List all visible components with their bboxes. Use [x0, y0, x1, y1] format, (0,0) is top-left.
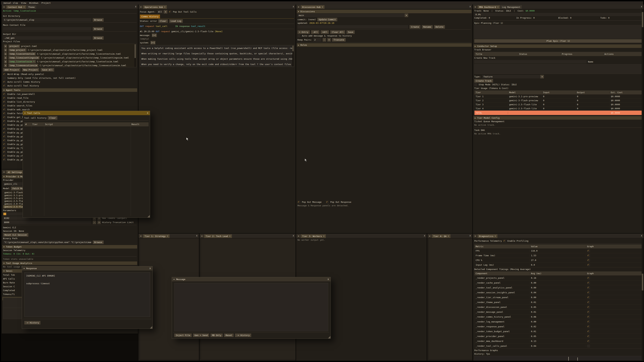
- discussion-combo[interactable]: main▼: [298, 13, 408, 17]
- close-tab-icon[interactable]: X: [448, 235, 449, 237]
- file-chip[interactable]: temp_liveexecutionsim: [8, 64, 38, 67]
- autoadd-row[interactable]: Auto-add message & response to history: [298, 34, 471, 38]
- system-prompt-box[interactable]: You are a helpful coding assistant with …: [140, 45, 294, 67]
- tab-context-hub[interactable]: Context HubX: [6, 5, 26, 9]
- graph-checkbox[interactable]: [587, 259, 590, 262]
- file-chip[interactable]: temp_livetoolssim *: [8, 60, 36, 63]
- graph-checkbox[interactable]: [587, 345, 590, 348]
- checkbox[interactable]: [3, 100, 6, 103]
- git-browse-button[interactable]: Browse: [93, 18, 104, 22]
- expand-system-button[interactable]: [+]: [150, 41, 156, 44]
- file-list-scrollbar[interactable]: [134, 44, 136, 67]
- enable-profiling-checkbox[interactable]: [503, 240, 506, 242]
- agent-tool-row[interactable]: Enable list_directory: [3, 100, 136, 104]
- discussion-name-input[interactable]: [298, 25, 408, 29]
- collapse-arrow-icon[interactable]: ▼: [24, 268, 24, 269]
- close-tab-icon[interactable]: X: [495, 235, 496, 237]
- remove-file-button[interactable]: x: [4, 60, 7, 63]
- checkbox[interactable]: [3, 139, 6, 142]
- remove-file-button[interactable]: x: [4, 56, 7, 59]
- tool-calls-titlebar[interactable]: ▼ Tool Calls X: [23, 111, 150, 115]
- project-file-row[interactable]: x temp_liveexecutionsim C:\projects\manu…: [4, 63, 136, 67]
- resize-grip[interactable]: [328, 336, 330, 338]
- new-project-button[interactable]: New Project: [22, 68, 39, 71]
- close-tab-icon[interactable]: X: [24, 6, 25, 8]
- agent-tools-header[interactable]: ▼ Agent Tools: [2, 88, 137, 92]
- checkbox[interactable]: [3, 80, 6, 83]
- mma-scrollbar[interactable]: [642, 9, 644, 233]
- popout-toolcalls-checkbox[interactable]: [169, 10, 172, 13]
- truncate-button[interactable]: Truncate: [332, 38, 346, 41]
- create-discussion-button[interactable]: Create: [410, 25, 420, 29]
- clear-log-button[interactable]: Clear: [158, 19, 168, 23]
- delete-discussion-button[interactable]: Delete: [434, 25, 445, 29]
- main-context-file-input[interactable]: [3, 27, 92, 31]
- window-menu-icon[interactable]: ▼: [474, 234, 477, 238]
- response-history-button[interactable]: -> History: [24, 321, 40, 325]
- close-window-icon[interactable]: X: [147, 112, 148, 114]
- checkbox[interactable]: [3, 135, 6, 138]
- checkbox[interactable]: [3, 143, 6, 146]
- close-window-icon[interactable]: X: [150, 267, 151, 270]
- agent-tool-row[interactable]: Enable search_files: [3, 104, 136, 108]
- git-directory-input[interactable]: C:\projects\manual_slop: [3, 18, 92, 22]
- close-tab-icon[interactable]: X: [322, 6, 323, 8]
- plus-button[interactable]: +: [98, 221, 101, 224]
- menu-view[interactable]: View: [20, 2, 28, 4]
- tab-mma-dashboard[interactable]: MMA DashboardX: [478, 5, 500, 9]
- collapse-arrow-icon[interactable]: ▼: [24, 112, 25, 114]
- menu-manual-slop[interactable]: manual slop: [2, 2, 20, 4]
- create-track-button[interactable]: Create Track: [474, 79, 493, 83]
- close-panel-icon[interactable]: X: [293, 235, 294, 237]
- checkbox[interactable]: [3, 158, 6, 161]
- message-action-button[interactable]: Gen + Send: [193, 334, 209, 337]
- tab-comms-history[interactable]: Comms History: [140, 14, 160, 18]
- step-mode-checkbox[interactable]: [474, 83, 477, 86]
- token-budget-header[interactable]: ▼ Token Budget: [2, 245, 137, 249]
- clear-tool-history-button[interactable]: Clear: [48, 116, 57, 120]
- window-menu-icon[interactable]: ▼: [139, 234, 142, 238]
- option-row[interactable]: Summary Only (send file structure, not f…: [3, 76, 136, 80]
- file-chip[interactable]: project: [8, 44, 20, 48]
- remove-file-button[interactable]: x: [4, 44, 7, 48]
- entry-action-button[interactable]: +All: [321, 30, 329, 34]
- menu-project[interactable]: Project: [40, 2, 52, 4]
- graph-checkbox[interactable]: [587, 306, 590, 309]
- checkbox[interactable]: [3, 96, 6, 99]
- checkbox[interactable]: [3, 93, 6, 95]
- tab-tier3-workers[interactable]: Tier 3: WorkersX: [301, 234, 326, 238]
- chevron-down-icon[interactable]: ▼: [164, 10, 167, 13]
- tab-diagnostics[interactable]: DiagnosticsX: [478, 234, 498, 238]
- tab-log-management[interactable]: Log Management: [500, 5, 522, 9]
- load-log-button[interactable]: Load Log: [169, 19, 183, 23]
- plan-epic-button[interactable]: Plan Epic (Tier 1): [474, 39, 642, 43]
- checkbox[interactable]: [3, 104, 6, 107]
- graph-checkbox[interactable]: [587, 330, 590, 333]
- keep-pairs-input[interactable]: 2: [313, 38, 321, 41]
- update-commit-button[interactable]: Update Commit: [317, 18, 338, 21]
- option-row[interactable]: Word-Wrap (Read-only panels): [3, 72, 136, 76]
- close-panel-icon[interactable]: X: [470, 235, 471, 237]
- step-mode-row[interactable]: Step Mode (HITL) Status: IDLE: [474, 83, 642, 86]
- project-file-row[interactable]: x temp_livetoolssim * C:\projects\manual…: [4, 60, 136, 63]
- remove-file-button[interactable]: x: [4, 48, 7, 52]
- close-panel-icon[interactable]: X: [641, 235, 642, 237]
- agent-tool-row[interactable]: Enable run_powershell: [3, 92, 136, 96]
- close-tab-icon[interactable]: X: [498, 6, 498, 8]
- resize-grip[interactable]: [148, 215, 150, 217]
- checkbox[interactable]: [3, 127, 6, 130]
- checkbox[interactable]: [3, 108, 6, 111]
- project-file-row[interactable]: x temp_livecontextsim C:\projects\manual…: [4, 52, 136, 56]
- response-titlebar[interactable]: ▼ Response X: [22, 266, 152, 271]
- close-panel-icon[interactable]: X: [424, 235, 425, 237]
- diagnostics-scrollbar[interactable]: [642, 239, 644, 360]
- tab-tier4-qa[interactable]: Tier 4: QAX: [432, 234, 450, 238]
- close-tab-icon[interactable]: X: [323, 235, 324, 237]
- close-panel-icon[interactable]: X: [641, 5, 642, 8]
- checkbox[interactable]: [3, 84, 6, 87]
- option-row[interactable]: Auto-scroll Tool History: [3, 84, 136, 88]
- graph-checkbox[interactable]: [587, 335, 590, 338]
- close-panel-icon[interactable]: X: [135, 5, 136, 8]
- checkbox[interactable]: [326, 201, 329, 203]
- popout-toggle[interactable]: Pop Out Response: [326, 201, 351, 203]
